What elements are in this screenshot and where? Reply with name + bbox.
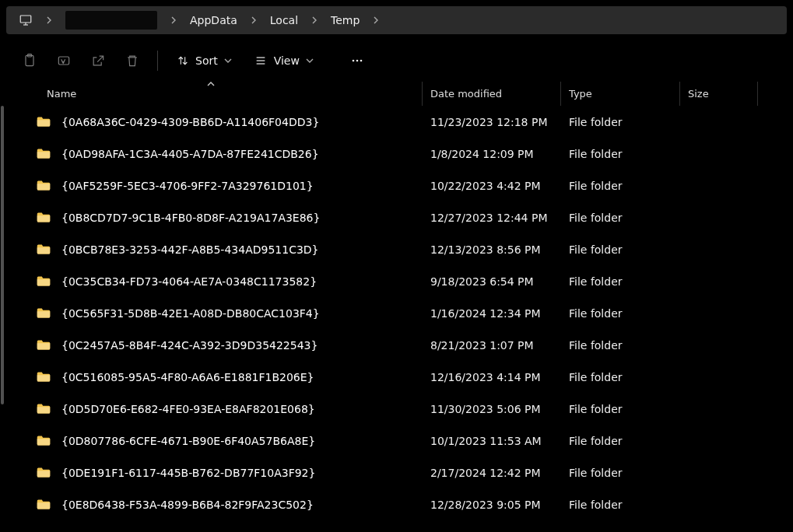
chevron-right-icon <box>170 16 177 24</box>
more-button[interactable] <box>343 47 371 75</box>
file-size <box>680 393 758 425</box>
svg-rect-5 <box>58 57 68 65</box>
file-size <box>680 201 758 233</box>
folder-icon <box>37 243 51 255</box>
rename-icon <box>56 53 72 68</box>
column-name-label: Name <box>47 88 76 100</box>
breadcrumb-user[interactable] <box>59 9 163 31</box>
breadcrumb-chevron[interactable] <box>245 9 262 31</box>
file-size <box>680 425 758 457</box>
more-icon <box>349 53 365 68</box>
file-type: File folder <box>561 329 680 361</box>
file-type: File folder <box>561 361 680 393</box>
file-date: 11/23/2023 12:18 PM <box>423 106 561 138</box>
delete-button[interactable] <box>118 47 146 75</box>
column-date-label: Date modified <box>430 88 502 100</box>
file-row[interactable]: {0C35CB34-FD73-4064-AE7A-0348C1173582}9/… <box>0 265 793 297</box>
file-size <box>680 457 758 488</box>
rename-button[interactable] <box>50 47 78 75</box>
view-button[interactable]: View <box>246 47 321 75</box>
file-row[interactable]: {0A68A36C-0429-4309-BB6D-A11406F04DD3}11… <box>0 106 793 138</box>
file-list: {0A68A36C-0429-4309-BB6D-A11406F04DD3}11… <box>0 106 793 532</box>
share-button[interactable] <box>84 47 112 75</box>
file-size <box>680 297 758 329</box>
folder-icon <box>37 212 51 223</box>
monitor-icon <box>19 13 33 27</box>
address-bar[interactable]: AppData Local Temp <box>6 6 787 34</box>
share-icon <box>90 53 106 68</box>
file-type: File folder <box>561 106 680 138</box>
file-type: File folder <box>561 457 680 488</box>
folder-icon <box>37 499 51 510</box>
sort-button[interactable]: Sort <box>169 47 240 75</box>
column-header-type[interactable]: Type <box>561 82 680 106</box>
file-name: {0D807786-6CFE-4671-B90E-6F40A57B6A8E} <box>61 435 315 447</box>
file-size <box>680 106 758 138</box>
folder-icon <box>37 148 51 159</box>
folder-icon <box>37 371 51 383</box>
file-row[interactable]: {0D5D70E6-E682-4FE0-93EA-E8AF8201E068}11… <box>0 393 793 425</box>
sort-label: Sort <box>195 54 218 67</box>
file-type: File folder <box>561 201 680 233</box>
file-type: File folder <box>561 297 680 329</box>
column-type-label: Type <box>569 88 592 100</box>
column-header-size[interactable]: Size <box>680 82 758 106</box>
trash-icon <box>125 53 140 68</box>
file-date: 12/16/2023 4:14 PM <box>423 361 561 393</box>
column-header-name[interactable]: Name <box>0 82 423 106</box>
chevron-right-icon <box>311 16 318 24</box>
file-row[interactable]: {0DE191F1-6117-445B-B762-DB77F10A3F92}2/… <box>0 457 793 488</box>
clipboard-icon <box>22 53 37 68</box>
chevron-down-icon <box>306 57 314 65</box>
file-type: File folder <box>561 265 680 297</box>
file-date: 11/30/2023 5:06 PM <box>423 393 561 425</box>
folder-icon <box>37 180 51 191</box>
breadcrumb-chevron[interactable] <box>367 9 384 31</box>
file-name: {0E8D6438-F53A-4899-B6B4-82F9FA23C502} <box>61 499 314 511</box>
file-date: 12/27/2023 12:44 PM <box>423 201 561 233</box>
file-date: 8/21/2023 1:07 PM <box>423 329 561 361</box>
file-type: File folder <box>561 233 680 265</box>
sort-icon <box>177 54 189 67</box>
breadcrumb-appdata[interactable]: AppData <box>184 9 244 31</box>
file-name: {0C2457A5-8B4F-424C-A392-3D9D35422543} <box>61 339 318 352</box>
folder-icon <box>37 403 51 415</box>
view-label: View <box>274 54 300 67</box>
file-row[interactable]: {0C2457A5-8B4F-424C-A392-3D9D35422543}8/… <box>0 329 793 361</box>
breadcrumb-chevron[interactable] <box>40 9 58 31</box>
sort-arrow-up-icon <box>207 79 215 88</box>
breadcrumb-temp[interactable]: Temp <box>325 9 366 31</box>
breadcrumb-root[interactable] <box>12 9 39 31</box>
file-name: {0C35CB34-FD73-4064-AE7A-0348C1173582} <box>61 275 317 288</box>
file-row[interactable]: {0E8D6438-F53A-4899-B6B4-82F9FA23C502}12… <box>0 488 793 520</box>
breadcrumb-chevron[interactable] <box>306 9 323 31</box>
file-type: File folder <box>561 425 680 457</box>
toolbar-divider <box>157 51 158 71</box>
file-name: {0DE191F1-6117-445B-B762-DB77F10A3F92} <box>61 467 315 479</box>
file-row[interactable]: {0B8CD7D7-9C1B-4FB0-8D8F-A219A17A3E86}12… <box>0 201 793 233</box>
column-header-date[interactable]: Date modified <box>423 82 561 106</box>
file-date: 2/17/2024 12:42 PM <box>423 457 561 488</box>
column-size-label: Size <box>688 88 709 100</box>
paste-button[interactable] <box>16 47 44 75</box>
file-row[interactable]: {0BCB78E3-3253-442F-A8B5-434AD9511C3D}12… <box>0 233 793 265</box>
file-row[interactable]: {0AF5259F-5EC3-4706-9FF2-7A329761D101}10… <box>0 170 793 201</box>
scrollbar[interactable] <box>1 106 4 404</box>
folder-icon <box>37 435 51 446</box>
file-date: 12/28/2023 9:05 PM <box>423 488 561 520</box>
file-date: 1/8/2024 12:09 PM <box>423 138 561 170</box>
file-name: {0C565F31-5D8B-42E1-A08D-DB80CAC103F4} <box>61 307 320 320</box>
folder-icon <box>37 467 51 478</box>
file-size <box>680 265 758 297</box>
file-size <box>680 233 758 265</box>
file-name: {0B8CD7D7-9C1B-4FB0-8D8F-A219A17A3E86} <box>61 212 320 224</box>
file-row[interactable]: {0D807786-6CFE-4671-B90E-6F40A57B6A8E}10… <box>0 425 793 457</box>
file-row[interactable]: {0AD98AFA-1C3A-4405-A7DA-87FE241CDB26}1/… <box>0 138 793 170</box>
breadcrumb-chevron[interactable] <box>165 9 182 31</box>
file-size <box>680 138 758 170</box>
file-row[interactable]: {0C565F31-5D8B-42E1-A08D-DB80CAC103F4}1/… <box>0 297 793 329</box>
file-size <box>680 170 758 201</box>
file-row[interactable]: {0C516085-95A5-4F80-A6A6-E1881F1B206E}12… <box>0 361 793 393</box>
file-size <box>680 488 758 520</box>
breadcrumb-local[interactable]: Local <box>264 9 304 31</box>
